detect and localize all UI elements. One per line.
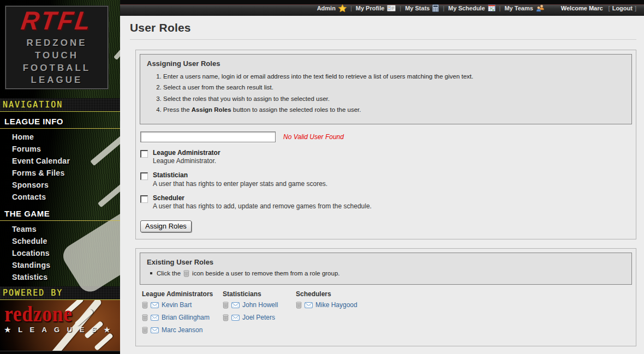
bin-icon [142,302,148,309]
logout-bracket: [ [609,5,610,11]
user-row: Kevin Bart [142,301,223,309]
rtfl-logo-line: FOOTBALL [23,62,91,75]
role-checkbox-statistician[interactable] [140,172,148,180]
assigning-title: Assigning User Roles [147,59,625,68]
sidebar-item-contacts[interactable]: Contacts [0,191,120,203]
email-user-button[interactable] [231,302,240,308]
the-game-items: Teams Schedule Locations Standings Stati… [0,223,120,283]
existing-roles-header-box: Existing User Roles Click the icon besid… [140,253,632,285]
page-title: User Roles [130,21,191,34]
email-icon [231,302,240,308]
role-description: League Administrator. [153,157,220,165]
sidebar-item-sponsors[interactable]: Sponsors [0,179,120,191]
email-user-button[interactable] [151,302,159,308]
star-icon [338,4,347,12]
logout-link[interactable]: [ Logout ] [609,5,636,11]
instruction-text: Press the [163,106,192,113]
nav-admin[interactable]: Admin [315,4,349,12]
email-user-button[interactable] [305,302,313,308]
sidebar-item-standings[interactable]: Standings [0,259,120,271]
sidebar-item-event-calendar[interactable]: Event Calendar [0,155,120,167]
sidebar-section-the-game: THE GAME [0,204,120,221]
sidebar-item-schedule[interactable]: Schedule [0,235,120,247]
user-row: Marc Jeanson [142,326,223,334]
rtfl-logo: RTFL REDZONE TOUCH FOOTBALL LEAGUE [5,6,108,89]
vcard-icon [387,5,396,11]
note-text: Click the [157,270,181,277]
powered-by-label: POWERED BY [3,289,63,297]
role-description: A user that has rights to enter player s… [153,180,327,188]
bin-icon [296,302,302,309]
sidebar-item-home[interactable]: Home [0,131,120,143]
email-user-button[interactable] [151,315,159,321]
nav-my-schedule[interactable]: My Schedule [446,4,497,11]
calendar-icon [488,4,496,11]
redzone-logo-text: redzone [4,304,100,324]
sidebar-item-teams[interactable]: Teams [0,223,120,235]
nav-separator: | [498,5,503,11]
bin-icon [142,327,148,334]
user-link[interactable]: Kevin Bart [162,301,192,309]
nav-my-profile-label: My Profile [356,5,385,11]
rtfl-logo-line: TOUCH [35,50,79,62]
role-name: League Administrator [153,149,220,157]
role-checkbox-league-administrator[interactable] [140,150,148,158]
instruction-text: button to assign the selected roles to t… [231,106,361,113]
instruction-item: Enter a users name, login id or email ad… [163,73,625,80]
role-checkbox-scheduler[interactable] [140,195,148,203]
sidebar: RTFL REDZONE TOUCH FOOTBALL LEAGUE NAVIG… [0,0,120,354]
nav-admin-label: Admin [317,5,336,11]
assign-roles-panel: Assigning User Roles Enter a users name,… [135,50,636,239]
calculator-icon [432,4,439,12]
user-link[interactable]: Marc Jeanson [162,326,202,334]
bin-icon [142,314,148,321]
nav-my-profile[interactable]: My Profile [354,5,398,11]
field-stripe [114,21,120,60]
user-link[interactable]: Mike Haygood [315,301,357,309]
remove-user-button[interactable] [142,327,148,334]
main-content: User Roles Assigning User Roles Enter a … [120,16,644,354]
powered-by-led-bar: POWERED BY [0,286,120,300]
email-user-button[interactable] [231,315,240,321]
note-text: icon beside a user to remove them from a… [192,270,339,277]
remove-user-button[interactable] [296,302,302,309]
nav-separator: | [441,5,446,11]
nav-my-stats[interactable]: My Stats [403,4,441,12]
football-lace [94,333,114,351]
nav-separator: | [349,5,354,11]
user-search-input[interactable] [140,131,276,142]
remove-note: Click the icon beside a user to remove t… [150,270,625,277]
navigation-led-bar: NAVIGATION [0,98,120,112]
sidebar-item-locations[interactable]: Locations [0,247,120,259]
remove-user-button[interactable] [142,314,148,321]
nav-my-teams[interactable]: My Teams [502,4,546,12]
bin-icon [223,302,229,309]
user-link[interactable]: John Howell [242,301,278,309]
logout-label: Logout [612,5,633,11]
remove-user-button[interactable] [223,314,229,321]
email-user-button[interactable] [151,327,159,333]
instruction-bold-text: Assign Roles [192,106,231,113]
nav-my-stats-label: My Stats [405,5,430,11]
role-name: Scheduler [153,194,372,202]
user-row: Joel Peters [223,314,296,322]
user-link[interactable]: Brian Gillingham [162,314,210,321]
sidebar-item-forums[interactable]: Forums [0,143,120,155]
redzone-leagues-text: ★ L E A G U E S ★ [4,326,113,334]
sidebar-header-field-photo: RTFL REDZONE TOUCH FOOTBALL LEAGUE [0,0,120,98]
bin-icon [223,314,229,321]
email-icon [151,302,159,308]
sidebar-menu: LEAGUE INFO Home Forums Event Calendar F… [0,112,120,286]
assign-roles-button[interactable]: Assign Roles [140,220,192,232]
nav-my-schedule-label: My Schedule [448,5,485,11]
remove-user-button[interactable] [142,302,148,309]
group-title: League Administrators [142,290,223,298]
sidebar-item-forms-files[interactable]: Forms & Files [0,167,120,179]
email-icon [151,327,159,333]
user-link[interactable]: Joel Peters [242,314,275,321]
remove-user-button[interactable] [223,302,229,309]
sidebar-item-statistics[interactable]: Statistics [0,271,120,283]
nav-separator: | [398,5,403,11]
role-text: Scheduler A user that has rights to add,… [153,194,372,211]
instruction-item: Select the roles that you wish to assign… [163,95,625,103]
